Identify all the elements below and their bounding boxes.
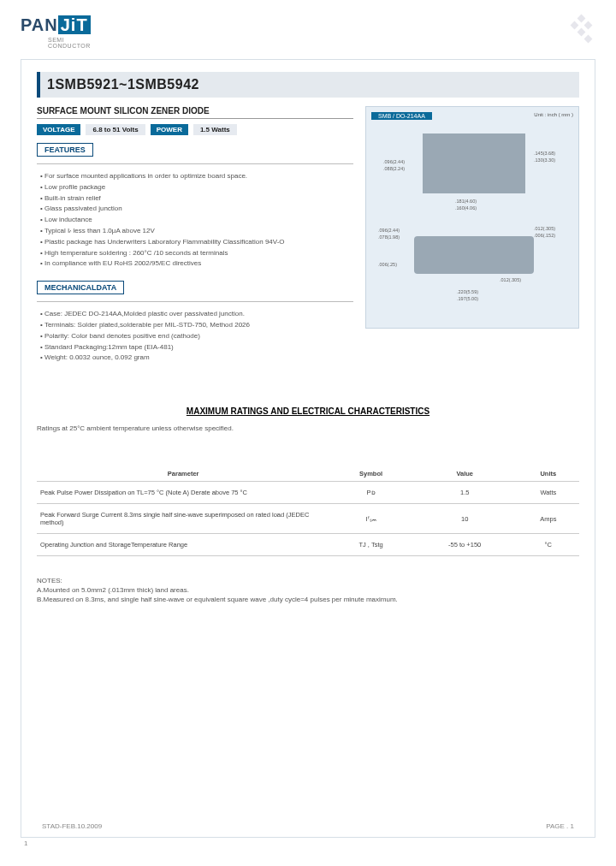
table-cell: Iᶠₛₘ	[329, 504, 412, 534]
datasheet-page: PANJiT SEMI CONDUCTOR 1SMB5921~1SMB5942 …	[0, 0, 616, 866]
power-label: POWER	[151, 124, 188, 135]
table-row: Peak Pulse Power Dissipation on TL=75 °C…	[37, 482, 579, 504]
mechdata-heading: MECHANICALDATA	[37, 281, 124, 294]
table-cell: -55 to +150	[412, 534, 518, 556]
list-item: Weight: 0.0032 ounce, 0.092 gram	[40, 353, 353, 364]
list-item: High temperature soldering : 260°C /10 s…	[40, 248, 353, 259]
table-cell: TJ , Tstg	[329, 534, 412, 556]
dim-label: .096(2.44)	[378, 228, 400, 233]
footer-page: PAGE . 1	[546, 822, 574, 830]
list-item: Typical Iᵣ less than 1.0µA above 12V	[40, 226, 353, 237]
table-cell: °C	[518, 534, 579, 556]
package-label: SMB / DO-214AA	[371, 112, 432, 120]
table-header-row: Parameter Symbol Value Units	[37, 466, 579, 482]
upper-columns: SURFACE MOUNT SILICON ZENER DIODE VOLTAG…	[37, 106, 579, 372]
list-item: Case: JEDEC DO-214AA,Molded plastic over…	[40, 309, 353, 320]
footer-date: STAD-FEB.10.2009	[42, 822, 102, 830]
list-item: Glass passivated junction	[40, 204, 353, 215]
notes-block: NOTES: A.Mounted on 5.0mm2 (.013mm thick…	[37, 577, 579, 603]
footer-number: 1	[24, 839, 595, 847]
left-column: SURFACE MOUNT SILICON ZENER DIODE VOLTAG…	[37, 106, 353, 372]
table-cell: Pᴅ	[329, 482, 412, 504]
dim-label: .130(3.30)	[534, 157, 555, 163]
ratings-note: Ratings at 25°C ambient temperature unle…	[37, 424, 579, 432]
col-units: Units	[518, 466, 579, 482]
voltage-value: 6.8 to 51 Volts	[86, 124, 145, 135]
dim-label: .006(.152)	[534, 233, 555, 238]
mechdata-list: Case: JEDEC DO-214AA,Molded plastic over…	[37, 309, 353, 364]
list-item: Terminals: Solder plated,solderable per …	[40, 320, 353, 331]
table-row: Operating Junction and StorageTemperatur…	[37, 534, 579, 556]
table-cell: Operating Junction and StorageTemperatur…	[37, 534, 329, 556]
part-number-title: 1SMB5921~1SMB5942	[47, 77, 572, 92]
parameters-table: Parameter Symbol Value Units Peak Pulse …	[37, 466, 579, 556]
table-row: Peak Forward Surge Current 8.3ms single …	[37, 504, 579, 534]
list-item: Polarity: Color band denotes positive en…	[40, 331, 353, 342]
table-cell: Amps	[518, 504, 579, 534]
logo-subtitle: SEMI CONDUCTOR	[48, 37, 91, 49]
list-item: Built-in strain relief	[40, 193, 353, 205]
dim-label: .160(4.06)	[455, 205, 477, 211]
dim-label: .181(4.60)	[455, 199, 477, 204]
page-footer: STAD-FEB.10.2009 PAGE . 1	[42, 822, 574, 830]
dim-label: .197(5.00)	[457, 296, 478, 301]
table-cell: 10	[412, 504, 518, 534]
table-cell: Peak Forward Surge Current 8.3ms single …	[37, 504, 329, 534]
features-heading: FEATURES	[37, 143, 93, 157]
table-cell: Watts	[518, 482, 579, 504]
list-item: Plastic package has Underwriters Laborat…	[40, 237, 353, 248]
package-header: SMB / DO-214AA Unit : inch ( mm )	[371, 112, 573, 120]
page-header: PANJiT SEMI CONDUCTOR	[21, 15, 595, 49]
decorative-dots-icon	[566, 15, 595, 44]
list-item: Low inductance	[40, 215, 353, 226]
dim-label: .145(3.68)	[534, 151, 555, 156]
list-item: For surface mounted applications in orde…	[40, 171, 353, 182]
dim-label: .012(.305)	[534, 226, 555, 231]
notes-title: NOTES:	[37, 577, 579, 584]
dim-label: .088(2.24)	[383, 166, 405, 171]
product-subtitle: SURFACE MOUNT SILICON ZENER DIODE	[37, 106, 353, 119]
col-parameter: Parameter	[37, 466, 329, 482]
note-a: A.Mounted on 5.0mm2 (.013mm thick) land …	[37, 586, 579, 594]
features-list: For surface mounted applications in orde…	[37, 171, 353, 270]
logo-text-jit: JiT	[58, 15, 91, 34]
divider	[37, 163, 353, 164]
package-drawing: .145(3.68) .130(3.30) .096(2.44) .088(2.…	[371, 125, 573, 313]
ratings-title: MAXIMUM RATINGS AND ELECTRICAL CHARACTER…	[37, 406, 579, 416]
content-frame: 1SMB5921~1SMB5942 SURFACE MOUNT SILICON …	[21, 59, 595, 838]
package-outline-box: SMB / DO-214AA Unit : inch ( mm ) .145(3…	[365, 106, 579, 329]
dim-label: .012(.305)	[500, 277, 521, 282]
voltage-label: VOLTAGE	[37, 124, 80, 135]
divider	[37, 301, 353, 302]
dim-label: .220(5.59)	[457, 289, 478, 294]
list-item: Low profile package	[40, 182, 353, 193]
list-item: In compliance with EU RoHS 2002/95/EC di…	[40, 258, 353, 270]
part-title-block: 1SMB5921~1SMB5942	[37, 72, 579, 98]
company-logo: PANJiT SEMI CONDUCTOR	[21, 15, 91, 49]
package-unit: Unit : inch ( mm )	[534, 112, 573, 120]
dim-label: .078(1.98)	[378, 234, 400, 240]
spec-row: VOLTAGE 6.8 to 51 Volts POWER 1.5 Watts	[37, 124, 353, 135]
note-b: B.Measured on 8.3ms, and single half sin…	[37, 596, 579, 603]
list-item: Standard Packaging:12mm tape (EIA-481)	[40, 342, 353, 353]
logo-wordmark: PANJiT	[21, 15, 91, 35]
power-value: 1.5 Watts	[193, 124, 237, 135]
col-symbol: Symbol	[329, 466, 412, 482]
col-value: Value	[412, 466, 518, 482]
logo-text-pan: PAN	[21, 15, 58, 34]
package-top-view	[423, 133, 525, 193]
dim-label: .096(2.44)	[383, 159, 405, 164]
dim-label: .006(.25)	[378, 262, 397, 267]
package-side-view	[414, 236, 534, 274]
right-column: SMB / DO-214AA Unit : inch ( mm ) .145(3…	[365, 106, 579, 372]
table-cell: 1.5	[412, 482, 518, 504]
table-cell: Peak Pulse Power Dissipation on TL=75 °C…	[37, 482, 329, 504]
